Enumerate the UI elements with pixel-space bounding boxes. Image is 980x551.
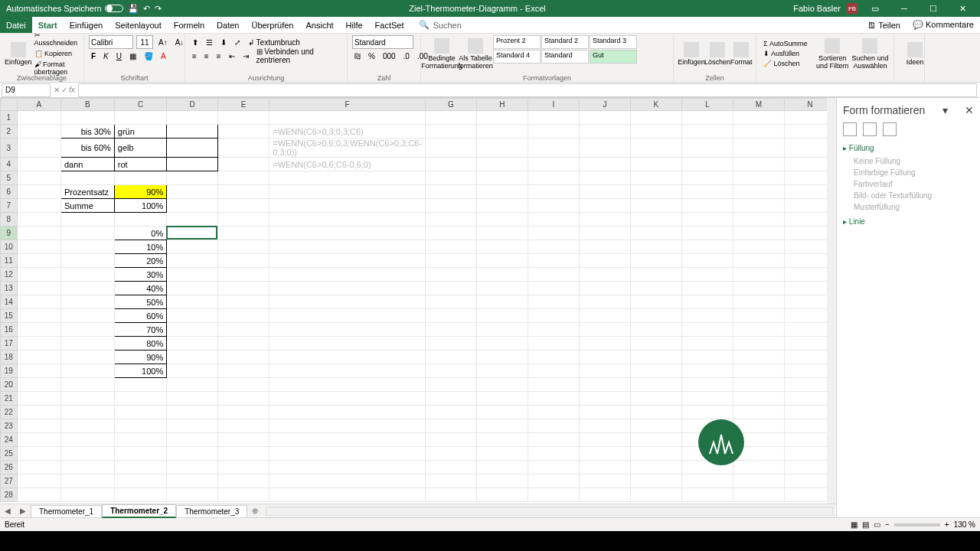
cell-H16[interactable] bbox=[476, 323, 528, 337]
orientation-icon[interactable]: ⤢ bbox=[232, 37, 243, 47]
cell-J14[interactable] bbox=[579, 295, 630, 309]
cell-C11[interactable]: 20% bbox=[114, 254, 166, 268]
opt-keine-fuellung[interactable]: Keine Füllung bbox=[843, 155, 974, 167]
tab-ansicht[interactable]: Ansicht bbox=[299, 17, 339, 33]
cell-E16[interactable] bbox=[218, 323, 270, 337]
cell-D21[interactable] bbox=[167, 392, 218, 406]
tab-formeln[interactable]: Formeln bbox=[168, 17, 211, 33]
number-format-select[interactable] bbox=[352, 35, 413, 49]
cell-G2[interactable] bbox=[425, 125, 476, 139]
cell-H21[interactable] bbox=[476, 392, 528, 406]
conditional-format-button[interactable]: Bedingte Formatierung bbox=[426, 35, 458, 73]
cell-I2[interactable] bbox=[528, 125, 579, 139]
cell-I16[interactable] bbox=[528, 323, 579, 337]
cell-C24[interactable] bbox=[114, 433, 166, 447]
cell-G17[interactable] bbox=[425, 337, 476, 350]
col-header-A[interactable]: A bbox=[17, 99, 60, 111]
cell-L10[interactable] bbox=[681, 240, 733, 254]
cell-A1[interactable] bbox=[17, 111, 60, 125]
cell-F16[interactable] bbox=[270, 323, 426, 337]
cell-H25[interactable] bbox=[476, 447, 528, 461]
cell-L27[interactable] bbox=[681, 474, 733, 488]
cell-M21[interactable] bbox=[733, 392, 784, 406]
cell-B17[interactable] bbox=[60, 337, 114, 350]
cell-G16[interactable] bbox=[425, 323, 476, 337]
cell-L17[interactable] bbox=[681, 337, 733, 350]
cell-C4[interactable]: rot bbox=[114, 158, 166, 171]
cell-J22[interactable] bbox=[579, 406, 630, 419]
cell-M1[interactable] bbox=[733, 111, 784, 125]
cell-C25[interactable] bbox=[114, 447, 166, 461]
opt-einfarbig[interactable]: Einfarbige Füllung bbox=[843, 167, 974, 178]
row-header-27[interactable]: 27 bbox=[1, 474, 18, 488]
cell-I12[interactable] bbox=[528, 268, 579, 282]
pane-close-icon[interactable]: ✕ bbox=[965, 104, 974, 116]
cell-A8[interactable] bbox=[17, 213, 60, 227]
cell-G3[interactable] bbox=[425, 139, 476, 158]
cell-D15[interactable] bbox=[167, 309, 218, 323]
cell-A25[interactable] bbox=[17, 447, 60, 461]
share-button[interactable]: 🖻 Teilen bbox=[861, 21, 906, 30]
cell-B25[interactable] bbox=[60, 447, 114, 461]
opt-farbverlauf[interactable]: Farbverlauf bbox=[843, 178, 974, 190]
merge-button[interactable]: ⊞ Verbinden und zentrieren bbox=[254, 47, 342, 65]
cell-F10[interactable] bbox=[270, 240, 426, 254]
zoom-out-icon[interactable]: − bbox=[885, 520, 890, 529]
cell-E18[interactable] bbox=[218, 350, 270, 364]
cell-A4[interactable] bbox=[17, 158, 60, 171]
row-header-5[interactable]: 5 bbox=[1, 171, 18, 185]
cell-H26[interactable] bbox=[476, 461, 528, 474]
cell-M19[interactable] bbox=[733, 364, 784, 378]
cell-J26[interactable] bbox=[579, 461, 630, 474]
cell-E5[interactable] bbox=[218, 171, 270, 185]
cell-K5[interactable] bbox=[630, 171, 681, 185]
cell-G10[interactable] bbox=[425, 240, 476, 254]
view-normal-icon[interactable]: ▦ bbox=[851, 520, 858, 529]
cell-F21[interactable] bbox=[270, 392, 426, 406]
cell-E28[interactable] bbox=[218, 488, 270, 502]
cell-L9[interactable] bbox=[681, 227, 733, 240]
cell-F9[interactable] bbox=[270, 227, 426, 240]
cell-C17[interactable]: 80% bbox=[114, 337, 166, 350]
opt-bild[interactable]: Bild- oder Texturfüllung bbox=[843, 190, 974, 201]
cell-E12[interactable] bbox=[218, 268, 270, 282]
cell-A13[interactable] bbox=[17, 282, 60, 295]
cell-C8[interactable] bbox=[114, 213, 166, 227]
cell-J27[interactable] bbox=[579, 474, 630, 488]
cell-F20[interactable] bbox=[270, 378, 426, 392]
cell-F14[interactable] bbox=[270, 295, 426, 309]
cell-B3[interactable]: bis 60% bbox=[60, 139, 114, 158]
cell-D19[interactable] bbox=[167, 364, 218, 378]
style-standard4[interactable]: Standard 4 bbox=[493, 50, 541, 64]
cell-J10[interactable] bbox=[579, 240, 630, 254]
cell-B23[interactable] bbox=[60, 419, 114, 433]
cell-H17[interactable] bbox=[476, 337, 528, 350]
tab-hilfe[interactable]: Hilfe bbox=[340, 17, 369, 33]
cell-A22[interactable] bbox=[17, 406, 60, 419]
cell-I13[interactable] bbox=[528, 282, 579, 295]
font-color-button[interactable]: A bbox=[158, 51, 168, 61]
cell-I7[interactable] bbox=[528, 199, 579, 213]
fill-button[interactable]: ⬇ Ausfüllen bbox=[761, 49, 814, 58]
horizontal-scrollbar[interactable] bbox=[266, 507, 833, 516]
cell-L7[interactable] bbox=[681, 199, 733, 213]
search-box[interactable]: 🔍 Suchen bbox=[419, 20, 461, 30]
autosave-toggle[interactable]: Automatisches Speichern bbox=[6, 4, 123, 13]
cell-F23[interactable] bbox=[270, 419, 426, 433]
currency-icon[interactable]: ₪ bbox=[352, 51, 363, 61]
border-button[interactable]: ▦ bbox=[127, 51, 139, 61]
cell-G21[interactable] bbox=[425, 392, 476, 406]
cell-H13[interactable] bbox=[476, 282, 528, 295]
cell-D24[interactable] bbox=[167, 433, 218, 447]
cell-H5[interactable] bbox=[476, 171, 528, 185]
row-header-21[interactable]: 21 bbox=[1, 392, 18, 406]
opt-muster[interactable]: Musterfüllung bbox=[843, 201, 974, 213]
cell-I5[interactable] bbox=[528, 171, 579, 185]
cell-D20[interactable] bbox=[167, 378, 218, 392]
cell-K8[interactable] bbox=[630, 213, 681, 227]
cell-L20[interactable] bbox=[681, 378, 733, 392]
cell-D25[interactable] bbox=[167, 447, 218, 461]
cell-H15[interactable] bbox=[476, 309, 528, 323]
section-fuellung[interactable]: ▸ Füllung bbox=[843, 144, 974, 152]
row-header-6[interactable]: 6 bbox=[1, 185, 18, 199]
